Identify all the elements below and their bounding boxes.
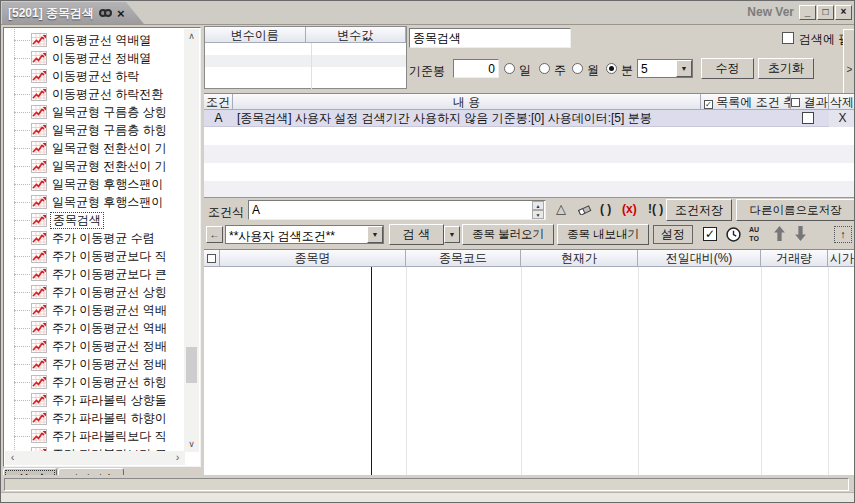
tree-item[interactable]: 일목균형 구름층 하힝 xyxy=(5,121,169,139)
eraser-icon[interactable] xyxy=(577,204,592,215)
tree-item[interactable]: 주가 이동평균 수렴 xyxy=(5,229,157,247)
triangle-icon[interactable]: △ xyxy=(556,201,566,216)
unchecked-checkbox-icon[interactable] xyxy=(791,98,800,107)
scrollbar-thumb[interactable] xyxy=(186,347,197,383)
scroll-down-icon[interactable]: ∨ xyxy=(184,437,199,452)
parentheses-icon[interactable]: ( ) xyxy=(600,202,611,216)
modify-button[interactable]: 수정 xyxy=(701,58,754,79)
chart-icon xyxy=(31,105,47,119)
column-header-volume[interactable]: 거래량 xyxy=(761,250,828,267)
base-bar-input[interactable] xyxy=(453,59,499,78)
search-name-input[interactable] xyxy=(409,28,571,48)
empty-row xyxy=(204,127,855,145)
delete-condition-button[interactable]: X xyxy=(829,110,855,127)
move-down-icon[interactable] xyxy=(794,226,807,241)
search-options-icon[interactable]: ▼ xyxy=(444,226,460,243)
tree-item[interactable]: 주가 이동평균선 역배 xyxy=(5,319,169,337)
tree-item[interactable]: 일목균형 후행스팬이 xyxy=(5,193,165,211)
checked-checkbox-icon[interactable]: ✓ xyxy=(704,100,713,109)
reset-button[interactable]: 초기화 xyxy=(758,58,814,79)
settings-button[interactable]: 설정 xyxy=(653,225,693,244)
tree-item[interactable]: 주가 이동평균선 역배 xyxy=(5,301,169,319)
tree-item[interactable]: 주가 이동평균선 정배 xyxy=(5,355,169,373)
tree-item[interactable]: 이동평균선 역배열 xyxy=(5,31,153,49)
window-tab[interactable]: [5201] 종목검색 × xyxy=(2,2,144,24)
minimize-button[interactable]: _ xyxy=(799,5,816,20)
save-condition-button[interactable]: 조건저장 xyxy=(666,199,732,221)
auto-toggle[interactable]: AUTO xyxy=(749,225,759,243)
tree-item[interactable]: 일목균형 구름층 상힝 xyxy=(5,103,169,121)
tab-close-icon[interactable]: × xyxy=(117,7,125,20)
chevron-down-icon[interactable]: ▼ xyxy=(367,226,383,243)
column-header-var-name[interactable]: 변수이름 xyxy=(205,27,306,43)
tree-item[interactable]: 일목균형 후행스팬이 xyxy=(5,175,165,193)
condition-tree-panel: 이동평균선 역배열 이동평균선 정배열 이동평균선 하락 이동평균선 하락전환 … xyxy=(3,27,201,467)
tree-item[interactable]: 이동평균선 하락 xyxy=(5,67,141,85)
radio-day-label[interactable]: 일 xyxy=(519,62,531,79)
table-row xyxy=(205,79,406,91)
chart-icon xyxy=(31,339,47,353)
clock-icon[interactable] xyxy=(726,227,741,242)
tree-item[interactable]: 주가 이동평균보다 큰 xyxy=(5,265,169,283)
scroll-left-icon[interactable]: ‹ xyxy=(5,451,20,465)
radio-week[interactable] xyxy=(539,63,550,74)
column-header-change-pct[interactable]: 전일대비(%) xyxy=(638,250,761,267)
tree-item[interactable]: 주가 이동평균선 하힝 xyxy=(5,373,169,391)
column-header-current-price[interactable]: 현재가 xyxy=(521,250,638,267)
remove-parentheses-icon[interactable]: (x) xyxy=(622,202,637,216)
radio-month-label[interactable]: 월 xyxy=(587,62,599,79)
tree-horizontal-scrollbar[interactable]: ‹ › xyxy=(5,451,185,465)
scroll-right-icon[interactable]: › xyxy=(170,451,185,465)
scroll-up-icon[interactable]: ∧ xyxy=(184,29,199,44)
column-header-open-price[interactable]: 시가 xyxy=(828,250,855,267)
tree-vertical-scrollbar[interactable]: ∧ ∨ xyxy=(184,29,199,452)
tree-item[interactable]: 주가 이동평균선 정배 xyxy=(5,337,169,355)
tree-item[interactable]: 이동평균선 정배열 xyxy=(5,49,153,67)
expression-spinner[interactable]: ▲ ▼ xyxy=(532,201,544,219)
select-all-header[interactable] xyxy=(204,250,220,267)
column-header-add-to-list[interactable]: ✓ 목록에 조건 추가 xyxy=(701,94,791,110)
tree-item[interactable]: 일목균형 전환선이 기 xyxy=(5,139,169,157)
column-header-result[interactable]: 결과 xyxy=(791,94,829,110)
column-header-stock-name[interactable]: 종목명 xyxy=(220,250,406,267)
close-button[interactable]: × xyxy=(835,5,852,20)
move-up-icon[interactable] xyxy=(773,226,786,241)
tree-item-selected[interactable]: 종목검색 xyxy=(5,211,104,229)
column-header-var-value[interactable]: 변수값 xyxy=(306,27,407,43)
tree-item[interactable]: 이동평균선 하락전환 xyxy=(5,85,165,103)
chart-icon xyxy=(31,411,47,425)
condition-row[interactable]: A [종목검색] 사용자 설정 검색기간 사용하지 않음 기준봉:[0] 사용데… xyxy=(204,110,855,127)
chevron-down-icon[interactable]: ▼ xyxy=(676,60,692,77)
save-as-button[interactable]: 다른이름으로저장 xyxy=(736,199,855,221)
column-header-condition: 조건 xyxy=(204,94,233,110)
result-checkbox[interactable] xyxy=(802,112,814,124)
expression-input[interactable] xyxy=(248,200,546,220)
search-button[interactable]: 검 색 xyxy=(389,224,444,245)
tree-item[interactable]: 일목균형 전환선이 기 xyxy=(5,157,169,175)
empty-row xyxy=(204,163,855,181)
dock-left-icon[interactable]: ← xyxy=(206,226,223,243)
tree-item[interactable]: 주가 이동평균보다 직 xyxy=(5,247,169,265)
radio-week-label[interactable]: 주 xyxy=(554,62,566,79)
tree-item[interactable]: 주가 이동평균선 상힝 xyxy=(5,283,169,301)
spin-down-icon[interactable]: ▼ xyxy=(532,210,544,219)
maximize-button[interactable]: □ xyxy=(817,5,834,20)
column-header-stock-code[interactable]: 종목코드 xyxy=(406,250,521,267)
check-all-icon[interactable]: ✓ xyxy=(703,227,717,241)
radio-minute-label[interactable]: 분 xyxy=(621,62,633,79)
radio-minute[interactable] xyxy=(606,63,617,74)
tree-item[interactable]: 주가 파라볼릭 하향이 xyxy=(5,409,169,427)
spin-up-icon[interactable]: ▲ xyxy=(532,201,544,210)
not-parentheses-icon[interactable]: !( ) xyxy=(648,202,663,216)
radio-month[interactable] xyxy=(572,63,583,74)
tree-item[interactable]: 주가 파라볼릭 상향돌 xyxy=(5,391,169,409)
table-row xyxy=(205,67,406,79)
unchecked-checkbox-icon[interactable] xyxy=(207,254,216,263)
dock-up-icon[interactable]: ↑ xyxy=(834,226,852,243)
export-stocks-button[interactable]: 종목 내보내기 xyxy=(557,224,649,245)
min-period-checkbox[interactable] xyxy=(782,32,794,44)
radio-day[interactable] xyxy=(504,63,515,74)
load-stocks-button[interactable]: 종목 불러오기 xyxy=(462,224,554,245)
preset-condition-dropdown[interactable]: **사용자 검색조건** xyxy=(225,225,384,244)
tree-item[interactable]: 주가 파라볼릭보다 직 xyxy=(5,427,169,445)
